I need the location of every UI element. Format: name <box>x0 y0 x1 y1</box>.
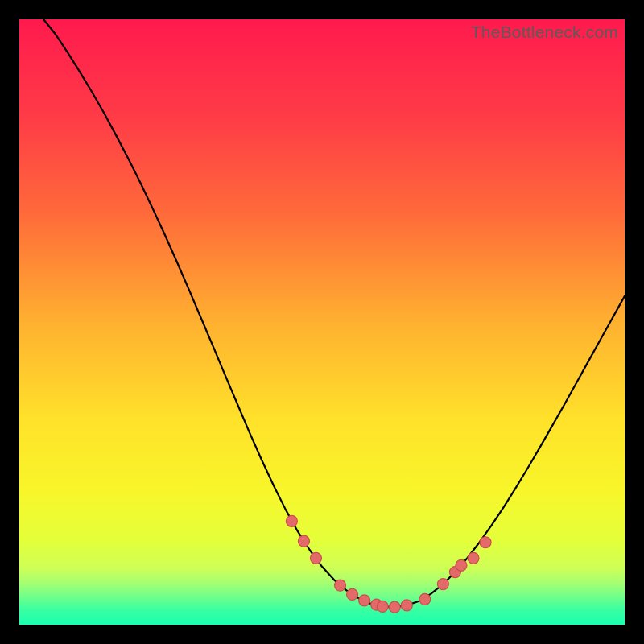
data-marker <box>286 515 297 526</box>
plot-area: TheBottleneck.com <box>19 19 625 625</box>
data-marker <box>377 601 388 612</box>
data-marker <box>389 601 400 613</box>
data-marker <box>419 593 431 605</box>
data-marker <box>468 552 479 564</box>
data-marker <box>456 559 467 571</box>
data-marker <box>437 579 448 590</box>
data-marker <box>298 535 309 547</box>
data-marker <box>480 537 491 548</box>
curve-layer <box>19 19 625 625</box>
data-marker <box>335 580 346 591</box>
data-marker <box>310 552 321 564</box>
data-marker <box>359 595 370 606</box>
data-marker <box>401 600 412 611</box>
data-marker <box>347 588 358 600</box>
chart-frame: TheBottleneck.com <box>0 0 644 644</box>
watermark-text: TheBottleneck.com <box>471 23 618 42</box>
